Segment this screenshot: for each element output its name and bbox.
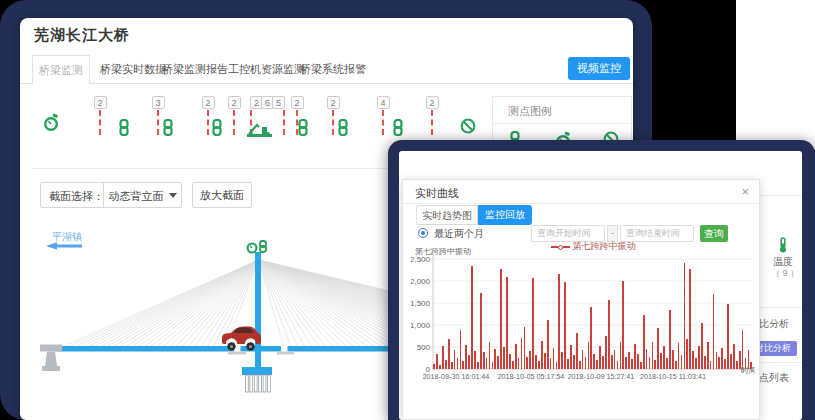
svg-text:1,000: 1,000 — [411, 321, 431, 330]
bearing-icon[interactable] — [246, 121, 273, 142]
section-select-dropdown[interactable]: 动态背立面 — [107, 189, 165, 204]
sensor-badge[interactable]: 2 — [228, 96, 241, 109]
red-dashed-line — [431, 110, 433, 135]
sensor-badge[interactable]: 2 — [426, 96, 439, 109]
svg-text:1,500: 1,500 — [411, 299, 431, 308]
red-dashed-line — [233, 110, 235, 135]
sensor-badge[interactable]: 5 — [272, 96, 285, 109]
tab-realtime-trend[interactable]: 实时趋势图 — [416, 205, 478, 225]
chain-icon[interactable] — [118, 119, 130, 140]
sensor-badge[interactable]: 2 — [327, 96, 340, 109]
tab-system-alarm[interactable]: 桥梁系统报警 — [300, 55, 366, 84]
tab-monitor-playback[interactable]: 监控回放 — [478, 205, 532, 225]
sensor-badge[interactable]: 2 — [291, 96, 304, 109]
red-dashed-line — [157, 110, 159, 135]
sensor-badge[interactable]: 2 — [202, 96, 215, 109]
direction-label: 平湖镇 — [52, 231, 82, 242]
page-title: 芜湖长江大桥 — [34, 26, 130, 45]
red-dashed-line — [99, 110, 101, 135]
tab-ipc-resource[interactable]: 工控机资源监测 — [228, 55, 305, 84]
chain-icon[interactable] — [211, 119, 223, 140]
recent-two-months-radio[interactable] — [418, 228, 428, 238]
svg-text:2,500: 2,500 — [411, 255, 431, 264]
divider — [493, 123, 631, 124]
video-monitor-button[interactable]: 视频监控 — [568, 57, 630, 80]
dialog-header: 实时曲线 × — [403, 180, 759, 204]
popup-page: 温度 （ 9 ） 对比分析 对比分析 测点列表 实时曲线 × 实时趋势图 监控回… — [399, 151, 802, 420]
divider — [103, 183, 104, 207]
svg-text:2018-09-30 16:01:44: 2018-09-30 16:01:44 — [423, 372, 490, 381]
sensor-badge[interactable]: 4 — [377, 96, 390, 109]
popup-window-frame: 温度 （ 9 ） 对比分析 对比分析 测点列表 实时曲线 × 实时趋势图 监控回… — [388, 140, 815, 420]
svg-text:2018-10-15 11:03:41: 2018-10-15 11:03:41 — [640, 372, 706, 381]
tab-bridge-monitor[interactable]: 桥梁监测 — [32, 55, 90, 84]
tab-realtime-data[interactable]: 桥梁实时数据 — [100, 55, 166, 84]
tab-monitor-report[interactable]: 桥梁监测报告 — [162, 55, 228, 84]
section-select-control: 截面选择： 动态背立面 — [40, 182, 182, 208]
svg-text:时间: 时间 — [741, 366, 755, 375]
chain-icon[interactable] — [392, 119, 404, 140]
no-entry-icon[interactable] — [460, 118, 476, 138]
svg-text:500: 500 — [417, 343, 431, 352]
section-select-label: 截面选择： — [49, 189, 104, 204]
background-window — [736, 0, 815, 150]
thermometer-icon — [778, 237, 788, 253]
realtime-curve-dialog: 实时曲线 × 实时趋势图 监控回放 最近两个月 查询开始时间 - 查询结束时间 … — [402, 179, 760, 420]
svg-text:2018-10-05 05:17:54: 2018-10-05 05:17:54 — [498, 372, 565, 381]
temperature-count: （ 9 ） — [771, 267, 799, 280]
chain-icon[interactable] — [297, 119, 309, 140]
screenshot-stage: 芜湖长江大桥 桥梁监测 桥梁实时数据 桥梁监测报告 工控机资源监测 桥梁系统报警… — [0, 0, 815, 420]
red-dashed-line — [382, 110, 384, 135]
chain-icon[interactable] — [337, 119, 349, 140]
zoom-section-button[interactable]: 放大截面 — [192, 182, 252, 208]
close-icon[interactable]: × — [741, 184, 749, 199]
legend-panel-title: 测点图例 — [508, 104, 552, 119]
svg-text:2,000: 2,000 — [411, 277, 431, 286]
dialog-title: 实时曲线 — [415, 186, 459, 201]
sensor-badge[interactable]: 3 — [152, 96, 165, 109]
red-dashed-line — [332, 110, 334, 135]
svg-text:2018-10-09 15:27:41: 2018-10-09 15:27:41 — [568, 372, 635, 381]
gauge-icon[interactable] — [43, 113, 60, 136]
main-tabbar: 桥梁监测 桥梁实时数据 桥梁监测报告 工控机资源监测 桥梁系统报警 — [20, 55, 633, 84]
red-dashed-line — [283, 110, 285, 135]
sensor-badge[interactable]: 2 — [94, 96, 107, 109]
recent-two-months-label: 最近两个月 — [434, 227, 484, 241]
vibration-chart: 第七跨跨中振动2,5002,0001,5001,00050002018-09-3… — [411, 248, 755, 388]
chevron-down-icon[interactable] — [169, 193, 177, 198]
red-dashed-line — [207, 110, 209, 135]
left-arrow-icon — [46, 242, 57, 250]
chain-icon[interactable] — [162, 119, 174, 140]
